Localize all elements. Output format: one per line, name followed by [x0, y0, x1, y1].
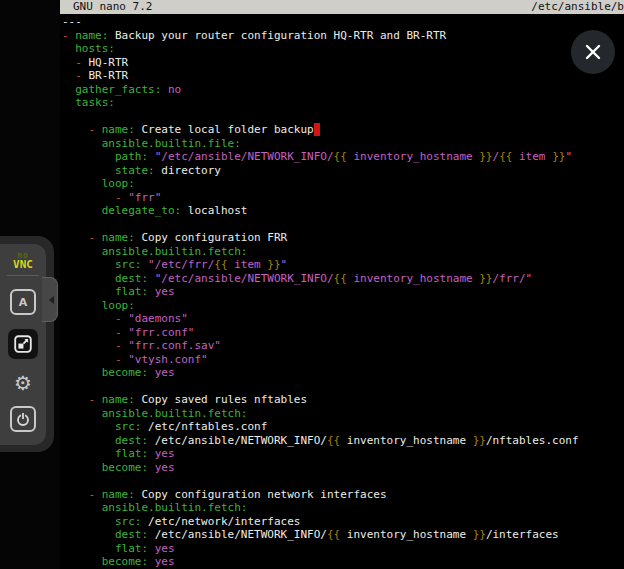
- code-line: - BR-RTR: [62, 69, 624, 83]
- code-line: [62, 380, 624, 394]
- nano-titlebar: GNU nano 7.2 /etc/ansible/b: [60, 0, 624, 14]
- code-line: path: "/etc/ansible/NETWORK_INFO/{{ inve…: [62, 150, 624, 164]
- code-line: flat: yes: [62, 285, 624, 299]
- code-line: - "daemons": [62, 312, 624, 326]
- code-line: ansible.builtin.fetch:: [62, 245, 624, 259]
- novnc-control-bar: no VNC A ⚙: [0, 244, 46, 445]
- settings-button[interactable]: ⚙: [8, 368, 38, 398]
- code-line: - name: Copy configuration FRR: [62, 231, 624, 245]
- code-line: ---: [62, 15, 624, 29]
- code-line: flat: yes: [62, 542, 624, 556]
- code-line: - HQ-RTR: [62, 56, 624, 70]
- code-line: - name: Backup your router configuration…: [62, 29, 624, 43]
- panel-divider: [7, 275, 39, 276]
- code-line: src: /etc/nftables.conf: [62, 420, 624, 434]
- fullscreen-button[interactable]: [8, 329, 38, 359]
- code-line: become: yes: [62, 461, 624, 475]
- code-line: tasks:: [62, 96, 624, 110]
- code-line: [62, 218, 624, 232]
- code-line: - "frr": [62, 191, 624, 205]
- code-line: state: directory: [62, 164, 624, 178]
- code-line: become: yes: [62, 555, 624, 569]
- code-line: - "vtysh.conf": [62, 353, 624, 367]
- close-button[interactable]: [571, 30, 615, 74]
- code-line: - "frr.conf": [62, 326, 624, 340]
- code-line: loop:: [62, 177, 624, 191]
- disconnect-button[interactable]: [10, 406, 36, 432]
- fullscreen-icon: [12, 333, 34, 355]
- nano-file-path: /etc/ansible/b: [531, 0, 624, 14]
- code-line: loop:: [62, 299, 624, 313]
- close-icon: [584, 43, 602, 61]
- collapse-arrow-icon: [49, 296, 54, 304]
- code-line: src: "/etc/frr/{{ item }}": [62, 258, 624, 272]
- code-line: - name: Copy saved rules nftables: [62, 393, 624, 407]
- code-line: dest: /etc/ansible/NETWORK_INFO/{{ inven…: [62, 434, 624, 448]
- code-line: ansible.builtin.file:: [62, 137, 624, 151]
- control-bar-handle[interactable]: [42, 277, 58, 322]
- code-line: src: /etc/network/interfaces: [62, 515, 624, 529]
- terminal-window: GNU nano 7.2 /etc/ansible/b ---- name: B…: [60, 0, 624, 569]
- clipboard-icon: A: [10, 289, 36, 315]
- novnc-logo: no VNC: [13, 251, 33, 269]
- code-line: - name: Copy configuration network inter…: [62, 488, 624, 502]
- code-line: ansible.builtin.fetch:: [62, 501, 624, 515]
- novnc-logo-bottom: VNC: [13, 260, 33, 269]
- clipboard-button[interactable]: A: [10, 289, 36, 315]
- code-line: hosts:: [62, 42, 624, 56]
- code-line: become: yes: [62, 366, 624, 380]
- code-line: flat: yes: [62, 447, 624, 461]
- code-line: ansible.builtin.fetch:: [62, 407, 624, 421]
- code-line: dest: "/etc/ansible/NETWORK_INFO/{{ inve…: [62, 272, 624, 286]
- code-line: delegate_to: localhost: [62, 204, 624, 218]
- vnc-screen: GNU nano 7.2 /etc/ansible/b ---- name: B…: [0, 0, 624, 569]
- code-line: gather_facts: no: [62, 83, 624, 97]
- code-line: [62, 110, 624, 124]
- editor-content[interactable]: ---- name: Backup your router configurat…: [60, 14, 624, 569]
- text-cursor: [314, 123, 321, 136]
- power-icon: [10, 406, 36, 432]
- code-line: - name: Create local folder backup: [62, 123, 624, 137]
- code-line: [62, 474, 624, 488]
- code-line: dest: /etc/ansible/NETWORK_INFO/{{ inven…: [62, 528, 624, 542]
- gear-icon: ⚙: [14, 373, 32, 393]
- code-line: - "frr.conf.sav": [62, 339, 624, 353]
- nano-app-title: GNU nano 7.2: [60, 0, 152, 14]
